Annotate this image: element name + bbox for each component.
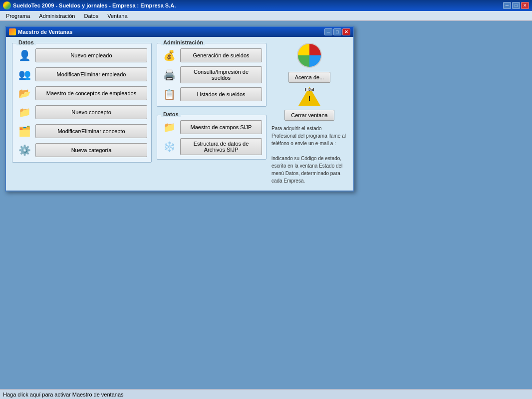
modificar-empleado-icon-box: 👥 [16, 66, 32, 82]
title-bar-controls: ─ □ ✕ [503, 2, 529, 9]
nuevo-concepto-icon-box: 📁 [16, 104, 32, 120]
menu-bar: Programa Administración Datos Ventana [0, 11, 532, 21]
print-icon: 🖨️ [163, 69, 176, 81]
middle-panel: Administración 💰 Generación de sueldos 🖨… [157, 43, 266, 185]
nuevo-concepto-row: 📁 Nuevo concepto [16, 104, 147, 120]
listados-sueldos-row: 📋 Listados de sueldos [161, 86, 262, 102]
administracion-section: Administración 💰 Generación de sueldos 🖨… [157, 43, 266, 107]
person-group-icon: 👥 [18, 68, 31, 80]
title-bar-left: SueldoTec 2009 - Sueldos y jornales - Em… [3, 1, 176, 9]
modal-minimize[interactable]: ─ [324, 28, 332, 35]
administracion-section-label: Administración [161, 39, 205, 45]
status-bar: Haga click aquí para activar Maestro de … [0, 389, 532, 399]
estructura-datos-row: ❄️ Estructura de datos de Archivos SIJP [161, 138, 262, 155]
generacion-sueldos-row: 💰 Generación de sueldos [161, 47, 262, 63]
title-bar: SueldoTec 2009 - Sueldos y jornales - Em… [0, 0, 532, 11]
datos-sub-label: Datos [161, 111, 181, 117]
maestro-campos-row: 📁 Maestro de campos SIJP [161, 119, 262, 135]
consulta-sueldos-row: 🖨️ Consulta/Impresión de sueldos [161, 66, 262, 83]
status-text: Haga click aquí para activar Maestro de … [3, 392, 124, 398]
modal-maximize[interactable]: □ [333, 28, 341, 35]
nuevo-concepto-button[interactable]: Nuevo concepto [35, 105, 147, 119]
menu-programa[interactable]: Programa [2, 12, 34, 19]
about-button[interactable]: Acerca de... [288, 72, 331, 83]
asterisk-icon: ❄️ [163, 141, 176, 153]
close-button[interactable]: ✕ [521, 2, 529, 9]
modificar-concepto-icon-box: 🗂️ [16, 123, 32, 139]
modal-content: Datos 👤 Nuevo empleado 👥 Modificar/Elimi… [6, 37, 353, 191]
right-content: Acerca de... ! ENT Cerrar ventana Para a… [271, 43, 347, 185]
listados-sueldos-button[interactable]: Listados de sueldos [180, 87, 262, 101]
menu-administracion[interactable]: Administración [35, 12, 79, 19]
consulta-icon-box: 🖨️ [161, 67, 177, 83]
modal-maestro-ventanas: Maestro de Ventanas ─ □ ✕ Datos 👤 Nuevo [5, 26, 354, 192]
maestro-campos-icon-box: 📁 [161, 119, 177, 135]
listados-icon-box: 📋 [161, 86, 177, 102]
modificar-empleado-row: 👥 Modificar/Eliminar empleado [16, 66, 147, 82]
app-title: SueldoTec 2009 - Sueldos y jornales - Em… [13, 2, 176, 8]
maestro-conceptos-row: 📂 Maestro de conceptos de empleados [16, 85, 147, 101]
ent-badge: ENT [305, 88, 314, 91]
estructura-datos-button[interactable]: Estructura de datos de Archivos SIJP [180, 138, 262, 155]
folder-icon: 📁 [18, 106, 31, 118]
nueva-categoria-row: ⚙️ Nueva categoría [16, 142, 147, 158]
modificar-empleado-button[interactable]: Modificar/Eliminar empleado [35, 67, 147, 81]
datos-section-label: Datos [16, 39, 36, 45]
warning-exclamation: ! [308, 95, 311, 103]
datos-sub-section: Datos 📁 Maestro de campos SIJP ❄️ Estruc… [157, 115, 266, 160]
folder-edit-icon: 🗂️ [18, 125, 31, 137]
maestro-conceptos-icon-box: 📂 [16, 85, 32, 101]
modificar-concepto-button[interactable]: Modificar/Eliminar concepto [35, 124, 147, 138]
warning-wrap: ! ENT [298, 87, 320, 106]
desktop: Maestro de Ventanas ─ □ ✕ Datos 👤 Nuevo [0, 21, 532, 389]
datos-section: Datos 👤 Nuevo empleado 👥 Modificar/Elimi… [12, 43, 152, 163]
folder-open-icon: 📂 [18, 87, 31, 99]
person-icon: 👤 [18, 49, 31, 61]
gear-icon: 💰 [163, 49, 176, 61]
right-panel: Acerca de... ! ENT Cerrar ventana Para a… [271, 43, 347, 185]
nueva-categoria-icon-box: ⚙️ [16, 142, 32, 158]
nuevo-empleado-button[interactable]: Nuevo empleado [35, 48, 147, 62]
modal-title: Maestro de Ventanas [18, 29, 72, 35]
generacion-icon-box: 💰 [161, 47, 177, 63]
maestro-conceptos-button[interactable]: Maestro de conceptos de empleados [35, 86, 147, 100]
modal-title-bar: Maestro de Ventanas ─ □ ✕ [6, 27, 353, 37]
menu-datos[interactable]: Datos [80, 12, 102, 19]
nuevo-empleado-icon-box: 👤 [16, 47, 32, 63]
category-icon: ⚙️ [18, 144, 31, 156]
maestro-campos-button[interactable]: Maestro de campos SIJP [180, 120, 262, 134]
modal-controls: ─ □ ✕ [324, 28, 350, 35]
estructura-icon-box: ❄️ [161, 139, 177, 155]
warning-container: ! ENT [298, 87, 320, 106]
consulta-sueldos-button[interactable]: Consulta/Impresión de sueldos [180, 66, 262, 83]
list-icon: 📋 [163, 88, 176, 100]
minimize-button[interactable]: ─ [503, 2, 511, 9]
about-icon [297, 43, 322, 68]
modal-title-left: Maestro de Ventanas [9, 28, 72, 35]
close-ventana-button[interactable]: Cerrar ventana [284, 110, 334, 121]
modal-close[interactable]: ✕ [342, 28, 350, 35]
app-icon [3, 1, 11, 9]
maximize-button[interactable]: □ [512, 2, 520, 9]
nueva-categoria-button[interactable]: Nueva categoría [35, 143, 147, 157]
left-panel: Datos 👤 Nuevo empleado 👥 Modificar/Elimi… [12, 43, 152, 185]
field-icon: 📁 [163, 121, 176, 133]
generacion-sueldos-button[interactable]: Generación de sueldos [180, 48, 262, 62]
modal-icon [9, 28, 16, 35]
modificar-concepto-row: 🗂️ Modificar/Eliminar concepto [16, 123, 147, 139]
nuevo-empleado-row: 👤 Nuevo empleado [16, 47, 147, 63]
menu-ventana[interactable]: Ventana [103, 12, 131, 19]
info-text: Para adquirir el estado Profesional del … [271, 125, 347, 185]
